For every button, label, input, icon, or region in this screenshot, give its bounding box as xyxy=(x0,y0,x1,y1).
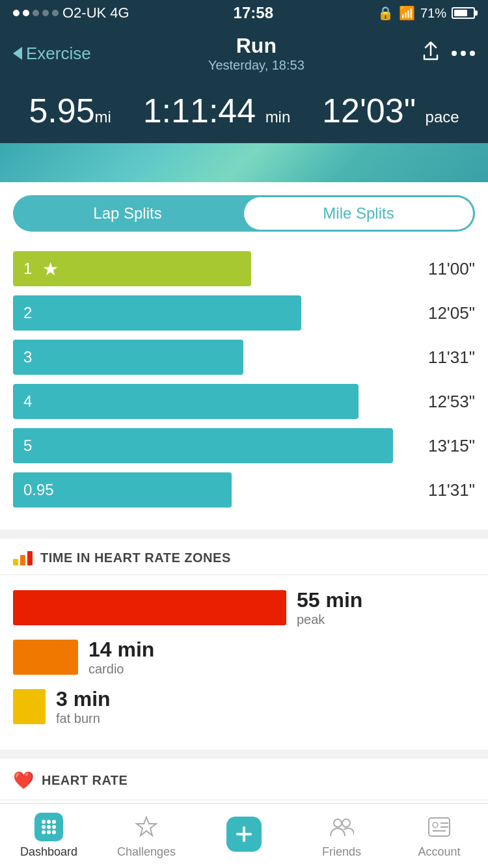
add-icon xyxy=(226,817,262,852)
distance-stat: 5.95mi xyxy=(29,91,111,130)
hr-zone-row: 14 mincardio xyxy=(13,638,475,677)
tab-add[interactable] xyxy=(195,810,293,862)
split-time: 12'53" xyxy=(397,392,475,412)
split-bar: 1★ xyxy=(13,251,251,286)
tab-account[interactable]: Account xyxy=(390,806,488,865)
distance-value: 5.95mi xyxy=(29,91,111,130)
share-button[interactable] xyxy=(422,41,440,66)
friends-icon xyxy=(327,813,356,841)
stats-row: 5.95mi 1:11:44 min 12'03" pace xyxy=(0,85,488,143)
battery-percent: 71% xyxy=(420,6,446,21)
split-row: 0.9511'31" xyxy=(13,472,475,508)
status-right: 🔒 📶 71% xyxy=(377,5,475,21)
svg-point-3 xyxy=(42,825,46,829)
back-arrow-icon xyxy=(13,47,22,60)
hr-zone-color-bar xyxy=(13,640,78,675)
svg-point-13 xyxy=(342,819,350,827)
tab-friends[interactable]: Friends xyxy=(293,806,390,865)
hr-zone-row: 55 minpeak xyxy=(13,588,475,627)
split-bar-container: 1★ xyxy=(13,251,397,286)
split-time: 13'15" xyxy=(397,436,475,456)
hr-zone-color-bar xyxy=(13,590,286,625)
svg-point-8 xyxy=(52,830,56,834)
page-title: Run xyxy=(208,34,305,58)
status-bar: O2-UK 4G 17:58 🔒 📶 71% xyxy=(0,0,488,26)
svg-point-5 xyxy=(52,825,56,829)
hr-zone-label: peak xyxy=(297,612,362,627)
hr-zone-row: 3 minfat burn xyxy=(13,687,475,726)
network-label: 4G xyxy=(110,5,129,21)
split-bar: 3 xyxy=(13,340,243,375)
hr-zone-duration: 14 min xyxy=(88,638,154,662)
svg-point-7 xyxy=(47,830,51,834)
split-number: 4 xyxy=(23,392,32,411)
hr-section-header: ❤️ HEART RATE xyxy=(0,759,488,800)
back-label: Exercise xyxy=(26,44,91,64)
split-bar: 4 xyxy=(13,384,359,419)
splits-toggle-container: Lap Splits Mile Splits xyxy=(0,182,488,245)
tab-dashboard-label: Dashboard xyxy=(20,845,77,859)
split-bar: 0.95 xyxy=(13,472,232,508)
hr-section-title: HEART RATE xyxy=(42,773,128,788)
best-split-star-icon: ★ xyxy=(42,258,59,280)
hr-zone-info: 3 minfat burn xyxy=(56,687,111,726)
account-icon xyxy=(425,813,454,841)
tab-dashboard[interactable]: Dashboard xyxy=(0,806,98,865)
hr-zone-label: cardio xyxy=(88,662,154,677)
split-time: 11'31" xyxy=(397,480,475,500)
hr-zone-duration: 55 min xyxy=(297,588,362,612)
svg-point-2 xyxy=(52,820,56,824)
split-row: 412'53" xyxy=(13,384,475,419)
lock-icon: 🔒 xyxy=(377,5,394,21)
challenges-icon xyxy=(132,813,161,841)
split-bar-container: 3 xyxy=(13,340,397,375)
tab-challenges[interactable]: Challenges xyxy=(98,806,195,865)
split-bar-container: 5 xyxy=(13,428,397,463)
tab-challenges-label: Challenges xyxy=(117,845,176,859)
tab-bar: Dashboard Challenges Friends xyxy=(0,803,488,868)
split-bar-container: 2 xyxy=(13,295,397,331)
split-bar: 2 xyxy=(13,295,301,331)
svg-point-0 xyxy=(42,820,46,824)
hr-zones-icon xyxy=(13,551,33,565)
svg-rect-11 xyxy=(236,833,252,835)
back-button[interactable]: Exercise xyxy=(13,44,91,64)
bluetooth-icon: 📶 xyxy=(399,5,415,21)
status-time: 17:58 xyxy=(234,4,273,22)
split-row: 311'31" xyxy=(13,340,475,375)
pace-value: 12'03" pace xyxy=(322,91,459,130)
lap-splits-tab[interactable]: Lap Splits xyxy=(13,195,242,232)
signal-dots xyxy=(13,10,59,16)
hr-zone-label: fat burn xyxy=(56,711,111,726)
hr-zones-content: 55 minpeak14 mincardio3 minfat burn xyxy=(0,575,488,750)
map-preview[interactable] xyxy=(0,143,488,182)
splits-toggle: Lap Splits Mile Splits xyxy=(13,195,475,232)
split-bar: 5 xyxy=(13,428,393,463)
header: Exercise Run Yesterday, 18:53 xyxy=(0,26,488,85)
mile-splits-tab[interactable]: Mile Splits xyxy=(244,197,473,230)
lap-splits-label: Lap Splits xyxy=(93,204,161,223)
svg-point-15 xyxy=(433,822,438,828)
header-actions xyxy=(422,41,475,66)
split-bar-container: 4 xyxy=(13,384,397,419)
dashboard-icon xyxy=(34,813,63,841)
more-dot xyxy=(461,51,466,56)
pace-stat: 12'03" pace xyxy=(322,91,459,130)
hr-zone-color-bar xyxy=(13,689,46,724)
heart-icon: ❤️ xyxy=(13,770,34,791)
svg-point-4 xyxy=(47,825,51,829)
split-time: 12'05" xyxy=(397,303,475,323)
tab-account-label: Account xyxy=(418,845,460,859)
split-bar-container: 0.95 xyxy=(13,472,397,508)
tab-friends-label: Friends xyxy=(322,845,361,859)
split-time: 11'00" xyxy=(397,259,475,279)
hr-zone-info: 14 mincardio xyxy=(88,638,154,677)
battery-icon xyxy=(452,7,475,19)
duration-stat: 1:11:44 min xyxy=(143,91,291,130)
status-left: O2-UK 4G xyxy=(13,5,129,21)
hr-zone-duration: 3 min xyxy=(56,687,111,711)
header-center: Run Yesterday, 18:53 xyxy=(208,34,305,73)
svg-point-12 xyxy=(334,819,342,827)
duration-value: 1:11:44 min xyxy=(143,91,291,130)
more-button[interactable] xyxy=(452,51,475,56)
